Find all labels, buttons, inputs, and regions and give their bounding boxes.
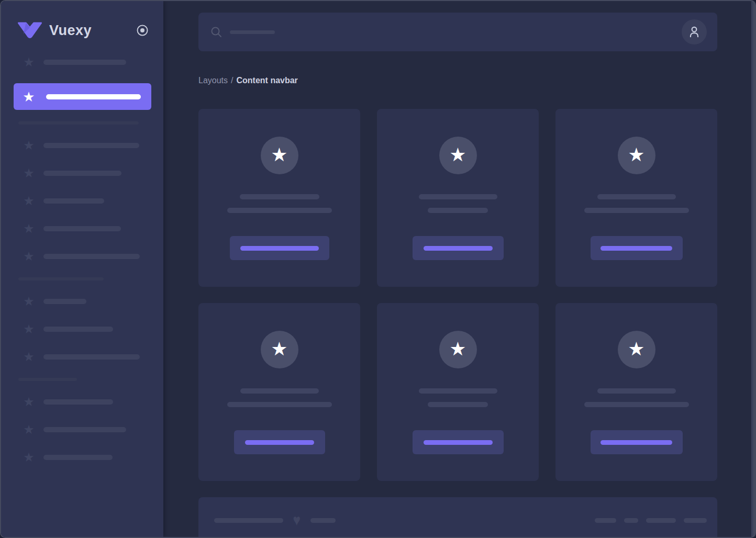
menu-label-placeholder — [43, 198, 104, 204]
card-title-placeholder — [240, 388, 319, 394]
menu-label-placeholder — [43, 354, 140, 360]
button-label-placeholder — [424, 246, 493, 251]
sidebar-item[interactable]: ★ — [1, 423, 151, 436]
star-icon: ★ — [22, 295, 36, 308]
card-subtitle-placeholder — [227, 402, 332, 407]
sidebar-item[interactable]: ★ — [1, 395, 151, 409]
sidebar-header: Vuexy — [1, 1, 163, 43]
menu-section-placeholder — [18, 378, 77, 381]
card-title-placeholder — [240, 194, 319, 199]
sidebar-item[interactable]: ★ — [1, 451, 151, 464]
main-content: Layouts/Content navbar ★ ★ ★ ★ — [163, 1, 753, 537]
sidebar-item[interactable]: ★ — [1, 250, 151, 263]
top-navbar — [198, 13, 717, 51]
card-button[interactable] — [234, 430, 325, 454]
star-icon: ★ — [271, 145, 287, 166]
menu-label-placeholder — [43, 427, 126, 432]
menu-label-placeholder — [46, 94, 141, 99]
card-avatar: ★ — [618, 331, 655, 368]
menu-toggle-icon[interactable] — [136, 24, 149, 37]
menu-label-placeholder — [43, 171, 121, 176]
card-subtitle-placeholder — [584, 208, 689, 213]
menu-label-placeholder — [43, 299, 86, 304]
footer-card: ♥ — [198, 497, 717, 537]
heart-icon: ♥ — [293, 512, 301, 528]
sidebar-item[interactable]: ★ — [1, 166, 151, 180]
card: ★ — [198, 109, 360, 287]
scrollbar-track[interactable] — [751, 1, 753, 537]
menu-label-placeholder — [43, 60, 126, 65]
star-icon: ★ — [22, 322, 36, 336]
footer-placeholder-bar — [684, 518, 707, 523]
star-icon: ★ — [22, 250, 36, 263]
star-icon: ★ — [22, 451, 36, 464]
star-icon: ★ — [628, 145, 644, 166]
star-icon: ★ — [449, 145, 466, 166]
search-input[interactable] — [210, 26, 682, 38]
sidebar-item-active[interactable]: ★ — [14, 83, 151, 110]
card-subtitle-placeholder — [428, 208, 488, 213]
menu-label-placeholder — [43, 455, 113, 460]
footer-placeholder-bar — [624, 518, 638, 523]
menu-label-placeholder — [43, 254, 140, 259]
card-avatar: ★ — [261, 137, 298, 174]
star-icon: ★ — [22, 90, 36, 104]
card-subtitle-placeholder — [428, 402, 488, 407]
star-icon: ★ — [22, 350, 36, 364]
star-icon: ★ — [271, 340, 287, 360]
user-icon — [687, 25, 701, 39]
menu-label-placeholder — [43, 327, 113, 332]
card: ★ — [555, 109, 717, 287]
sidebar-item[interactable]: ★ — [1, 295, 151, 308]
footer-placeholder-bar — [310, 518, 336, 523]
sidebar: Vuexy ★ ★ ★ ★ ★ ★ ★ ★ ★ ★ ★ — [1, 1, 163, 537]
sidebar-menu: ★ ★ ★ ★ ★ ★ ★ ★ ★ ★ ★ ★ ★ — [1, 43, 163, 464]
sidebar-item[interactable]: ★ — [1, 222, 151, 236]
menu-section-placeholder — [18, 277, 104, 281]
star-icon: ★ — [22, 55, 36, 69]
card-avatar: ★ — [261, 331, 298, 368]
footer-right-group — [587, 518, 707, 523]
footer-placeholder-bar — [595, 518, 616, 523]
menu-section-placeholder — [18, 121, 139, 125]
card-avatar: ★ — [618, 137, 655, 174]
card-title-placeholder — [419, 388, 497, 394]
footer-left-group: ♥ — [214, 512, 587, 528]
sidebar-item[interactable]: ★ — [1, 194, 151, 208]
breadcrumb-current: Content navbar — [237, 76, 298, 85]
user-avatar[interactable] — [682, 19, 707, 44]
search-icon — [210, 26, 223, 38]
breadcrumb: Layouts/Content navbar — [198, 75, 717, 86]
star-icon: ★ — [22, 194, 36, 208]
card-title-placeholder — [419, 194, 497, 199]
card-button[interactable] — [413, 236, 504, 260]
sidebar-item[interactable]: ★ — [1, 350, 151, 364]
card-subtitle-placeholder — [227, 208, 332, 213]
card-avatar: ★ — [439, 331, 477, 368]
button-label-placeholder — [424, 440, 493, 445]
menu-label-placeholder — [43, 399, 113, 405]
footer-placeholder-bar — [646, 518, 676, 523]
sidebar-item[interactable]: ★ — [1, 139, 151, 152]
breadcrumb-parent[interactable]: Layouts — [198, 76, 228, 85]
star-icon: ★ — [22, 139, 36, 152]
card: ★ — [377, 303, 539, 481]
button-label-placeholder — [601, 440, 672, 445]
sidebar-item[interactable]: ★ — [1, 322, 151, 336]
cards-grid: ★ ★ ★ ★ ★ — [198, 109, 717, 481]
star-icon: ★ — [628, 340, 644, 360]
card-button[interactable] — [591, 430, 683, 454]
button-label-placeholder — [245, 440, 314, 445]
card-button[interactable] — [591, 236, 683, 260]
sidebar-item[interactable]: ★ — [1, 55, 151, 69]
card: ★ — [198, 303, 360, 481]
search-placeholder-bar — [230, 30, 275, 34]
card-button[interactable] — [230, 236, 329, 260]
card-title-placeholder — [597, 388, 676, 394]
card: ★ — [555, 303, 717, 481]
button-label-placeholder — [240, 246, 319, 251]
menu-label-placeholder — [43, 143, 139, 148]
vuexy-logo-icon — [17, 22, 43, 39]
card-button[interactable] — [413, 430, 504, 454]
menu-label-placeholder — [43, 226, 121, 231]
